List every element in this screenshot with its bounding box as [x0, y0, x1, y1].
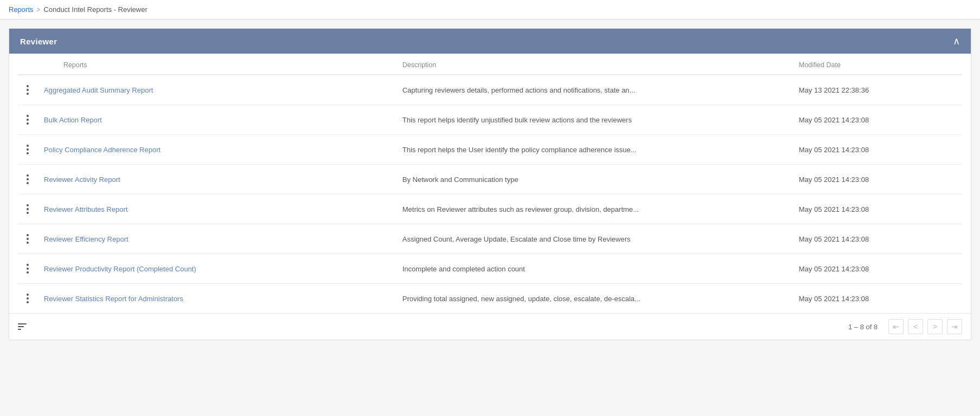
- row-report-name[interactable]: Aggregated Audit Summary Report: [37, 75, 396, 105]
- table-row: Reviewer Productivity Report (Completed …: [18, 254, 962, 284]
- next-page-button[interactable]: >: [927, 319, 943, 334]
- section-title: Reviewer: [20, 37, 57, 46]
- table-row: Reviewer Activity Report By Network and …: [18, 165, 962, 194]
- row-report-name[interactable]: Reviewer Efficiency Report: [37, 224, 396, 254]
- dot-1: [27, 85, 29, 87]
- row-report-name[interactable]: Policy Compliance Adherence Report: [37, 135, 396, 165]
- dot-2: [27, 238, 29, 240]
- row-menu-cell: [18, 284, 37, 314]
- dot-2: [27, 208, 29, 210]
- table-row: Reviewer Efficiency Report Assigned Coun…: [18, 224, 962, 254]
- row-report-name[interactable]: Bulk Action Report: [37, 105, 396, 135]
- row-menu-cell: [18, 105, 37, 135]
- row-context-menu-button[interactable]: [24, 232, 31, 246]
- row-description: This report helps the User identify the …: [396, 135, 793, 165]
- first-page-button[interactable]: ⇤: [888, 319, 904, 334]
- dot-1: [27, 174, 29, 177]
- table-wrapper: Reports Description Modified Date Aggreg…: [9, 54, 971, 313]
- row-date: May 05 2021 14:23:08: [793, 105, 963, 135]
- row-menu-cell: [18, 254, 37, 284]
- row-date: May 05 2021 14:23:08: [793, 284, 963, 314]
- row-description: Metrics on Reviewer attributes such as r…: [396, 194, 793, 224]
- row-date: May 13 2021 22:38:36: [793, 75, 963, 105]
- reports-table: Reports Description Modified Date Aggreg…: [18, 54, 962, 313]
- col-header-date: Modified Date: [793, 54, 963, 75]
- dot-2: [27, 119, 29, 121]
- col-header-reports: Reports: [37, 54, 396, 75]
- filter-line-2: [18, 326, 24, 327]
- dot-3: [27, 122, 29, 125]
- dot-1: [27, 204, 29, 206]
- dot-3: [27, 182, 29, 184]
- table-row: Reviewer Statistics Report for Administr…: [18, 284, 962, 314]
- filter-icon[interactable]: [18, 323, 27, 330]
- row-context-menu-button[interactable]: [24, 202, 31, 216]
- row-report-name[interactable]: Reviewer Statistics Report for Administr…: [37, 284, 396, 314]
- row-menu-cell: [18, 194, 37, 224]
- row-date: May 05 2021 14:23:08: [793, 224, 963, 254]
- row-date: May 05 2021 14:23:08: [793, 135, 963, 165]
- dot-3: [27, 271, 29, 274]
- row-menu-cell: [18, 75, 37, 105]
- filter-line-3: [18, 329, 21, 330]
- dot-1: [27, 145, 29, 147]
- dot-2: [27, 89, 29, 91]
- main-container: Reviewer ∧ Reports Description Modified …: [9, 28, 971, 340]
- dot-2: [27, 268, 29, 270]
- row-description: Assigned Count, Average Update, Escalate…: [396, 224, 793, 254]
- dot-3: [27, 212, 29, 214]
- pagination: 1 – 8 of 8 ⇤ < > ⇥: [848, 319, 962, 334]
- dot-2: [27, 297, 29, 300]
- row-description: This report helps identify unjustified b…: [396, 105, 793, 135]
- row-date: May 05 2021 14:23:08: [793, 254, 963, 284]
- row-description: Capturing reviewers details, performed a…: [396, 75, 793, 105]
- row-description: Providing total assigned, new assigned, …: [396, 284, 793, 314]
- dot-2: [27, 148, 29, 151]
- prev-page-button[interactable]: <: [908, 319, 923, 334]
- row-context-menu-button[interactable]: [24, 83, 31, 97]
- row-context-menu-button[interactable]: [24, 113, 31, 127]
- row-date: May 05 2021 14:23:08: [793, 165, 963, 194]
- table-row: Aggregated Audit Summary Report Capturin…: [18, 75, 962, 105]
- dot-1: [27, 264, 29, 266]
- row-context-menu-button[interactable]: [24, 172, 31, 186]
- row-report-name[interactable]: Reviewer Productivity Report (Completed …: [37, 254, 396, 284]
- breadcrumb-reports-link[interactable]: Reports: [9, 5, 34, 14]
- footer-bar: 1 – 8 of 8 ⇤ < > ⇥: [9, 313, 971, 340]
- row-report-name[interactable]: Reviewer Attributes Report: [37, 194, 396, 224]
- table-row: Bulk Action Report This report helps ide…: [18, 105, 962, 135]
- table-row: Policy Compliance Adherence Report This …: [18, 135, 962, 165]
- last-page-button[interactable]: ⇥: [947, 319, 962, 334]
- col-header-menu: [18, 54, 37, 75]
- row-description: Incomplete and completed action count: [396, 254, 793, 284]
- table-row: Reviewer Attributes Report Metrics on Re…: [18, 194, 962, 224]
- col-header-description: Description: [396, 54, 793, 75]
- dot-3: [27, 242, 29, 244]
- row-context-menu-button[interactable]: [24, 142, 31, 157]
- breadcrumb-current: Conduct Intel Reports - Reviewer: [44, 5, 147, 14]
- breadcrumb: Reports > Conduct Intel Reports - Review…: [0, 0, 980, 20]
- dot-1: [27, 234, 29, 236]
- filter-line-1: [18, 323, 27, 324]
- row-context-menu-button[interactable]: [24, 262, 31, 276]
- row-menu-cell: [18, 165, 37, 194]
- dot-3: [27, 93, 29, 95]
- dot-1: [27, 294, 29, 296]
- row-menu-cell: [18, 135, 37, 165]
- dot-1: [27, 115, 29, 117]
- collapse-icon: ∧: [953, 36, 960, 46]
- section-header[interactable]: Reviewer ∧: [9, 29, 971, 54]
- row-report-name[interactable]: Reviewer Activity Report: [37, 165, 396, 194]
- breadcrumb-separator: >: [37, 6, 41, 14]
- dot-2: [27, 178, 29, 180]
- row-description: By Network and Communication type: [396, 165, 793, 194]
- row-date: May 05 2021 14:23:08: [793, 194, 963, 224]
- dot-3: [27, 301, 29, 303]
- dot-3: [27, 152, 29, 154]
- page-info: 1 – 8 of 8: [848, 323, 878, 331]
- row-menu-cell: [18, 224, 37, 254]
- row-context-menu-button[interactable]: [24, 291, 31, 306]
